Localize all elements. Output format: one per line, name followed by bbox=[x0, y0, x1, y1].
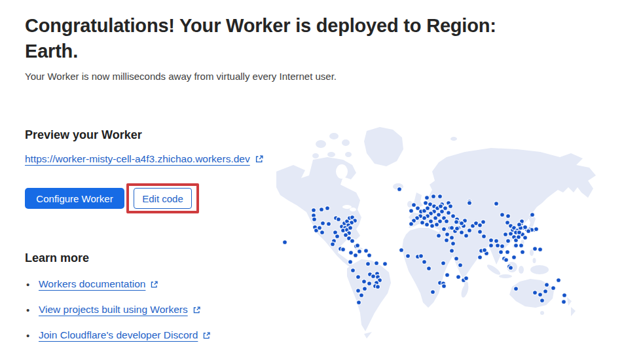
map-dot bbox=[540, 299, 545, 303]
map-dot bbox=[371, 274, 376, 279]
map-dot bbox=[430, 224, 435, 228]
map-dot bbox=[435, 223, 439, 227]
map-dot bbox=[412, 203, 416, 208]
map-dot bbox=[504, 258, 509, 263]
map-dot bbox=[494, 202, 499, 206]
map-dot bbox=[460, 221, 464, 226]
map-dot bbox=[451, 214, 456, 219]
map-dot bbox=[451, 242, 456, 246]
map-dot bbox=[363, 287, 367, 291]
map-dot bbox=[422, 260, 427, 264]
page-title: Congratulations! Your Worker is deployed… bbox=[25, 13, 496, 64]
map-dot bbox=[543, 289, 548, 294]
map-dot bbox=[425, 196, 430, 200]
map-dot bbox=[362, 280, 367, 284]
worker-url-row: https://worker-misty-cell-a4f3.zhichao.w… bbox=[25, 153, 264, 165]
learn-more-section: Learn more Workers documentation View pr… bbox=[25, 251, 211, 355]
map-dot bbox=[409, 222, 414, 227]
list-item: Workers documentation bbox=[25, 278, 211, 290]
map-dot bbox=[533, 247, 538, 251]
map-dot bbox=[327, 222, 331, 227]
preview-heading: Preview your Worker bbox=[25, 128, 264, 142]
map-dot bbox=[367, 282, 372, 286]
map-dot bbox=[356, 275, 361, 280]
join-discord-link[interactable]: Join Cloudflare's developer Discord bbox=[39, 329, 198, 341]
map-dot bbox=[357, 300, 361, 305]
map-dot bbox=[431, 194, 436, 199]
external-link-icon bbox=[150, 280, 158, 289]
map-dot bbox=[489, 244, 494, 248]
map-dot bbox=[551, 286, 556, 291]
map-dot bbox=[409, 209, 414, 213]
map-dot bbox=[420, 221, 425, 225]
map-dot bbox=[464, 234, 469, 238]
map-dot bbox=[356, 244, 360, 248]
map-dot bbox=[331, 242, 335, 247]
map-dot bbox=[514, 287, 519, 291]
map-dot bbox=[429, 219, 433, 224]
map-dot bbox=[358, 249, 362, 254]
map-dot bbox=[519, 244, 524, 248]
map-dot bbox=[437, 234, 441, 238]
map-dot bbox=[399, 248, 404, 253]
map-dot bbox=[349, 251, 354, 255]
map-dot bbox=[526, 229, 531, 234]
map-dot bbox=[350, 239, 355, 244]
map-dot bbox=[478, 223, 483, 228]
learn-more-list: Workers documentation View projects buil… bbox=[25, 278, 211, 341]
map-dot bbox=[478, 255, 483, 260]
map-dot bbox=[424, 201, 428, 206]
map-dot bbox=[460, 230, 464, 235]
map-dot bbox=[367, 253, 372, 258]
map-dot bbox=[335, 234, 340, 239]
page-title-line-2: Earth. bbox=[25, 39, 496, 64]
map-dot bbox=[512, 255, 517, 260]
workers-documentation-link[interactable]: Workers documentation bbox=[39, 278, 145, 290]
map-dot bbox=[521, 250, 525, 255]
map-dot bbox=[441, 261, 446, 266]
map-dot bbox=[425, 223, 430, 227]
map-dot bbox=[383, 262, 388, 266]
edit-code-highlight-box: Edit code bbox=[126, 183, 199, 213]
map-dot bbox=[464, 276, 469, 281]
map-dot bbox=[494, 239, 499, 244]
map-dot bbox=[468, 201, 472, 206]
map-dot bbox=[375, 261, 379, 266]
configure-worker-button[interactable]: Configure Worker bbox=[25, 188, 124, 209]
map-dot bbox=[312, 208, 316, 213]
view-projects-link[interactable]: View projects built using Workers bbox=[39, 304, 188, 316]
map-dot bbox=[509, 266, 513, 270]
map-dot bbox=[356, 289, 361, 293]
map-dot bbox=[523, 225, 528, 230]
edit-code-button[interactable]: Edit code bbox=[134, 188, 192, 209]
map-dot bbox=[325, 206, 330, 211]
map-dot bbox=[445, 273, 450, 278]
worker-url-link[interactable]: https://worker-misty-cell-a4f3.zhichao.w… bbox=[25, 153, 250, 165]
map-dot bbox=[562, 300, 566, 304]
map-dot bbox=[454, 257, 459, 261]
map-dot bbox=[283, 240, 287, 245]
external-link-icon bbox=[193, 306, 201, 314]
map-dot bbox=[506, 239, 511, 244]
map-dot bbox=[348, 226, 353, 230]
map-dot bbox=[450, 236, 454, 240]
map-dot bbox=[517, 235, 521, 240]
map-dot bbox=[445, 219, 449, 224]
map-dot bbox=[456, 275, 461, 280]
map-dot bbox=[427, 266, 431, 271]
page-subtitle: Your Worker is now milliseconds away fro… bbox=[25, 71, 337, 82]
map-dot bbox=[312, 217, 317, 222]
map-dot bbox=[439, 204, 443, 209]
map-dot bbox=[500, 244, 505, 249]
map-dot bbox=[557, 278, 561, 283]
map-dot bbox=[443, 206, 448, 211]
map-dot bbox=[468, 228, 472, 233]
map-dot bbox=[496, 244, 500, 248]
map-dot bbox=[320, 208, 324, 212]
map-dot bbox=[482, 234, 486, 239]
map-dot bbox=[438, 194, 443, 199]
map-dot bbox=[442, 284, 447, 289]
map-dot bbox=[364, 249, 369, 253]
map-dot bbox=[450, 226, 454, 230]
map-dot bbox=[341, 247, 346, 252]
